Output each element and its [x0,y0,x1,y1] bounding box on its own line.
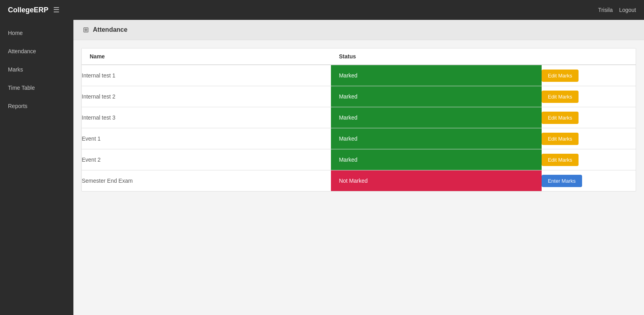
cell-name: Semester End Exam [82,170,331,191]
exam-name: Internal test 2 [82,86,115,107]
edit-marks-button[interactable]: Edit Marks [542,154,579,166]
cell-status: Marked [331,107,541,128]
exam-name: Internal test 1 [82,65,115,86]
col-header-status: Status [331,48,541,65]
table-row: Internal test 3MarkedEdit Marks [82,107,636,128]
edit-marks-button[interactable]: Edit Marks [542,91,579,103]
exam-name: Event 1 [82,128,100,149]
edit-marks-button[interactable]: Edit Marks [542,133,579,145]
layout: Home Attendance Marks Time Table Reports… [0,20,644,315]
status-badge: Marked [331,107,541,128]
cell-action: Edit Marks [542,107,636,128]
navbar-right: Trisila Logout [598,7,636,13]
cell-action: Edit Marks [542,128,636,149]
table-header-row: Name Status [82,48,636,65]
cell-status: Marked [331,149,541,170]
page-title: Attendance [93,26,127,33]
navbar-user: Trisila [598,7,613,13]
table-row: Semester End ExamNot MarkedEnter Marks [82,170,636,191]
col-header-action [542,48,636,65]
navbar: CollegeERP ☰ Trisila Logout [0,0,644,20]
cell-name: Event 2 [82,149,331,170]
table-row: Event 2MarkedEdit Marks [82,149,636,170]
status-badge: Marked [331,128,541,149]
status-badge: Marked [331,149,541,170]
edit-marks-button[interactable]: Edit Marks [542,70,579,82]
cell-status: Marked [331,128,541,149]
status-badge: Marked [331,65,541,86]
cell-name: Internal test 1 [82,65,331,86]
sidebar-item-attendance[interactable]: Attendance [0,42,73,60]
cell-name: Event 1 [82,128,331,149]
page-header: ⊞ Attendance [73,20,644,40]
table-container: Name Status Internal test 1MarkedEdit Ma… [81,48,636,191]
hamburger-icon[interactable]: ☰ [53,6,60,14]
cell-name: Internal test 2 [82,86,331,107]
exam-name: Event 2 [82,149,100,170]
cell-status: Marked [331,65,541,86]
navbar-left: CollegeERP ☰ [8,6,60,14]
cell-name: Internal test 3 [82,107,331,128]
cell-status: Marked [331,86,541,107]
cell-action: Edit Marks [542,149,636,170]
page-header-icon: ⊞ [83,25,89,34]
cell-action: Enter Marks [542,170,636,191]
sidebar-item-timetable[interactable]: Time Table [0,79,73,97]
col-header-name: Name [82,48,331,65]
table-row: Internal test 1MarkedEdit Marks [82,65,636,86]
cell-action: Edit Marks [542,65,636,86]
table-row: Event 1MarkedEdit Marks [82,128,636,149]
sidebar: Home Attendance Marks Time Table Reports [0,20,73,315]
exam-name: Semester End Exam [82,170,133,191]
status-badge: Marked [331,86,541,107]
main-content: ⊞ Attendance Name Status Internal test 1… [73,20,644,315]
enter-marks-button[interactable]: Enter Marks [542,175,582,187]
edit-marks-button[interactable]: Edit Marks [542,112,579,124]
marks-table: Name Status Internal test 1MarkedEdit Ma… [82,48,636,191]
status-badge: Not Marked [331,170,541,191]
sidebar-item-marks[interactable]: Marks [0,60,73,79]
app-brand: CollegeERP [8,6,48,14]
sidebar-item-reports[interactable]: Reports [0,97,73,115]
exam-name: Internal test 3 [82,107,115,128]
cell-status: Not Marked [331,170,541,191]
cell-action: Edit Marks [542,86,636,107]
sidebar-item-home[interactable]: Home [0,24,73,42]
logout-link[interactable]: Logout [619,7,636,13]
table-row: Internal test 2MarkedEdit Marks [82,86,636,107]
